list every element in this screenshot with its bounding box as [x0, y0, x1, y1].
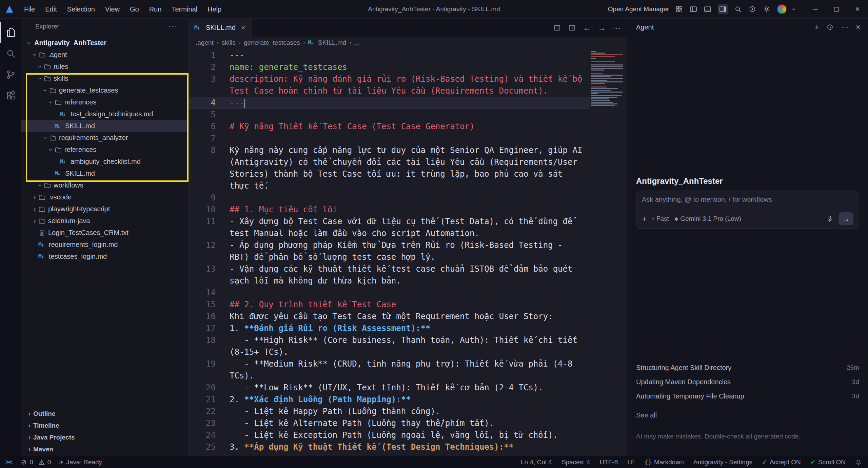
toggle-secondary-sidebar-icon[interactable] [718, 4, 728, 14]
close-icon[interactable]: × [856, 22, 861, 32]
explorer-more-actions-icon[interactable]: ··· [168, 22, 178, 31]
tree-item-folder[interactable]: ›rules [21, 61, 188, 73]
tree-item-file[interactable]: Login_TestCases_CRM.txt [21, 227, 188, 239]
gear-icon[interactable] [763, 5, 771, 13]
tree-item-file[interactable]: M↓SKILL.md [21, 168, 188, 179]
minimize-button[interactable]: ─ [805, 0, 826, 19]
breadcrumb-item[interactable]: skills [222, 39, 236, 46]
forward-icon[interactable]: → [598, 23, 606, 33]
tab-skill-md[interactable]: M↓ SKILL.md × [188, 19, 252, 37]
tree-item-folder[interactable]: ›.vscode [21, 191, 188, 203]
code-line[interactable]: 16Khi được yêu cầu tạo Test Case từ một … [188, 311, 590, 323]
more-actions-icon[interactable]: ··· [841, 22, 849, 32]
split-editor-icon[interactable] [568, 24, 576, 32]
code-line[interactable]: 13- Vận dụng các kỹ thuật thiết kế test … [188, 263, 590, 287]
history-item[interactable]: Updating Maven Dependencies3d [636, 375, 859, 389]
section-timeline[interactable]: ›Timeline [21, 420, 188, 431]
chevron-down-icon[interactable]: › [790, 8, 798, 11]
breadcrumb-item[interactable]: generate_testcases [244, 39, 300, 46]
agent-manager-grid-icon[interactable] [675, 5, 683, 13]
code-line[interactable]: 7 [188, 133, 590, 144]
code-line[interactable]: 3description: Kỹ năng đánh giá rủi ro (R… [188, 73, 590, 97]
code-line[interactable]: 12- Áp dụng phương pháp Kiểm thử Dựa trê… [188, 239, 590, 263]
section-outline[interactable]: ›Outline [21, 408, 188, 420]
tree-item-folder[interactable]: ›workflows [21, 179, 188, 191]
section-maven[interactable]: ›Maven [21, 443, 188, 455]
history-item[interactable]: Structuring Agent Skill Directory26m [636, 360, 859, 375]
code-line[interactable]: 22 - Liệt kê Happy Path (Luồng thành côn… [188, 406, 590, 417]
menu-view[interactable]: View [100, 0, 125, 19]
tree-item-folder[interactable]: ›playwright-typescript [21, 203, 188, 215]
cursor-position[interactable]: Ln 4, Col 4 [521, 459, 552, 466]
close-button[interactable]: × [847, 0, 868, 19]
open-agent-manager-button[interactable]: Open Agent Manager [608, 5, 669, 13]
tree-item-file[interactable]: M↓testcases_login.md [21, 251, 188, 262]
indentation[interactable]: Spaces: 4 [561, 459, 590, 466]
settings-status[interactable]: Antigravity - Settings [693, 459, 752, 466]
remote-icon[interactable]: >< [3, 459, 14, 466]
code-line[interactable]: 212. **Xác định Luồng (Path Mapping):** [188, 394, 590, 406]
assistant-icon[interactable] [748, 5, 756, 13]
tree-item-folder[interactable]: ›selenium-java [21, 215, 188, 227]
toggle-panel-icon[interactable] [704, 5, 712, 13]
accept-toggle[interactable]: ✓Accept ON [762, 458, 801, 466]
history-icon[interactable] [826, 23, 834, 31]
code-line[interactable]: 8Kỹ năng này cung cấp năng lực tư duy củ… [188, 144, 590, 192]
tree-item-folder[interactable]: ›skills [21, 73, 188, 84]
breadcrumb-item[interactable]: SKILL.md [318, 39, 346, 46]
source-control-icon[interactable] [0, 64, 21, 85]
menu-edit[interactable]: Edit [40, 0, 62, 19]
open-preview-icon[interactable] [553, 24, 561, 32]
close-icon[interactable]: × [241, 23, 245, 32]
notifications-bell-icon[interactable] [855, 459, 862, 466]
code-line[interactable]: 20 - **Low Risk** (UI/UX, Text tĩnh): Th… [188, 382, 590, 394]
tree-item-folder[interactable]: ›references [21, 144, 188, 156]
code-line[interactable]: 18 - **High Risk** (Core business, Thanh… [188, 334, 590, 358]
code-line-current[interactable]: 4--- [188, 97, 590, 109]
tree-item-file[interactable]: M↓requirements_login.md [21, 239, 188, 251]
toggle-primary-sidebar-icon[interactable] [689, 5, 697, 13]
minimap[interactable] [590, 48, 627, 456]
menu-run[interactable]: Run [144, 0, 167, 19]
encoding[interactable]: UTF-8 [599, 459, 618, 466]
language-mode[interactable]: {}Markdown [644, 459, 684, 466]
tree-item-folder[interactable]: ›.agent [21, 49, 188, 61]
code-line[interactable]: 2name: generate_testcases [188, 61, 590, 73]
send-button[interactable]: → [839, 212, 853, 225]
attach-icon[interactable]: + [642, 214, 647, 224]
menu-selection[interactable]: Selection [62, 0, 100, 19]
code-line[interactable]: 6# Kỹ năng Thiết kế Test Case (Test Case… [188, 121, 590, 133]
search-icon[interactable] [734, 5, 742, 13]
tree-item-root[interactable]: ›Antigravity_AnhTester [21, 37, 188, 49]
tree-item-file[interactable]: M↓test_design_techniques.md [21, 108, 188, 120]
code-line[interactable]: 1--- [188, 50, 590, 61]
extensions-icon[interactable] [0, 85, 21, 106]
back-icon[interactable]: ← [583, 23, 591, 33]
menu-help[interactable]: Help [202, 0, 226, 19]
code-line[interactable]: 11- Xây dựng bộ Test Case với dữ liệu cụ… [188, 216, 590, 239]
menu-terminal[interactable]: Terminal [166, 0, 202, 19]
microphone-icon[interactable] [826, 215, 834, 223]
tree-item-folder[interactable]: ›references [21, 96, 188, 108]
code-line[interactable]: 14 [188, 287, 590, 299]
breadcrumb-item[interactable]: ... [354, 39, 360, 46]
menu-go[interactable]: Go [125, 0, 144, 19]
menu-file[interactable]: File [19, 0, 40, 19]
new-conversation-icon[interactable]: + [814, 22, 819, 32]
tree-item-folder[interactable]: ›generate_testcases [21, 84, 188, 96]
eol[interactable]: LF [627, 459, 635, 466]
model-dropdown[interactable]: ◆Gemini 3.1 Pro (Low) [674, 215, 741, 222]
errors-warnings[interactable]: 0 0 [20, 459, 51, 466]
code-line[interactable]: 23 - Liệt kê Alternate Path (Luồng thay … [188, 417, 590, 429]
mode-dropdown[interactable]: ›Fast [652, 215, 669, 222]
section-java-projects[interactable]: ›Java Projects [21, 431, 188, 443]
tree-item-file-selected[interactable]: M↓SKILL.md [21, 120, 188, 132]
explorer-icon[interactable] [0, 22, 21, 43]
code-line[interactable]: 15## 2. Quy trình thiết kế Test Case [188, 299, 590, 311]
code-editor[interactable]: 1--- 2name: generate_testcases 3descript… [188, 48, 627, 456]
scroll-toggle[interactable]: ✓Scroll ON [810, 458, 846, 466]
code-line[interactable]: 19 - **Medium Risk** (CRUD, tính năng ph… [188, 358, 590, 382]
maximize-button[interactable]: □ [826, 0, 847, 19]
java-status[interactable]: Java: Ready [57, 459, 102, 466]
history-item[interactable]: Automating Temporary File Cleanup3d [636, 389, 859, 403]
